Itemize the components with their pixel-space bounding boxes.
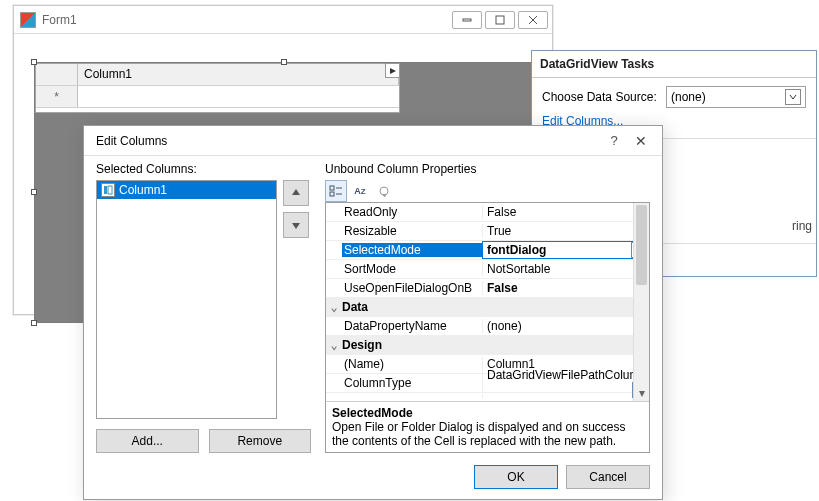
topleft-header[interactable] — [36, 64, 78, 85]
resize-handle[interactable] — [31, 189, 37, 195]
alphabetical-button[interactable]: AZ — [349, 180, 371, 202]
svg-marker-4 — [390, 68, 396, 74]
dialog-title: Edit Columns — [96, 134, 602, 148]
selected-columns-label: Selected Columns: — [96, 162, 311, 176]
minimize-button[interactable] — [452, 11, 482, 29]
category-name: Data — [342, 300, 482, 314]
scroll-down-icon[interactable]: ▾ — [634, 385, 649, 401]
property-value[interactable]: fontDialog — [482, 241, 649, 259]
category-name: Design — [342, 338, 482, 352]
add-button[interactable]: Add... — [96, 429, 199, 453]
unbound-properties-label: Unbound Column Properties — [325, 162, 650, 176]
smart-tag-glyph[interactable] — [385, 63, 400, 78]
list-item-label: Column1 — [119, 183, 167, 197]
grid-new-row[interactable]: * — [36, 86, 399, 108]
description-body: Open File or Folder Dialog is dispalyed … — [332, 420, 643, 448]
expand-icon[interactable]: ⌄ — [326, 300, 342, 314]
property-value[interactable]: DataGridViewFilePathColum — [482, 368, 649, 398]
list-item[interactable]: Column1 — [97, 181, 276, 199]
cancel-button[interactable]: Cancel — [566, 465, 650, 489]
svg-rect-9 — [330, 186, 334, 190]
svg-marker-8 — [292, 223, 300, 229]
property-name: ReadOnly — [342, 205, 482, 219]
scroll-thumb[interactable] — [636, 205, 647, 285]
property-row[interactable]: ReadOnlyFalse — [326, 203, 649, 222]
property-name: (Name) — [342, 357, 482, 371]
svg-rect-5 — [104, 186, 107, 194]
datasource-value: (none) — [671, 90, 706, 104]
property-pages-button[interactable] — [373, 180, 395, 202]
choose-datasource-row: Choose Data Source: (none) — [542, 86, 806, 108]
property-name: ColumnType — [342, 376, 482, 390]
row-header-new[interactable]: * — [36, 86, 78, 107]
tasks-title: DataGridView Tasks — [532, 51, 816, 78]
ok-button[interactable]: OK — [474, 465, 558, 489]
chevron-down-icon[interactable] — [785, 89, 801, 105]
description-title: SelectedMode — [332, 406, 643, 420]
resize-handle[interactable] — [31, 59, 37, 65]
move-down-button[interactable] — [283, 212, 309, 238]
close-button[interactable]: ✕ — [626, 133, 656, 149]
grid-surface[interactable]: Column1 * — [35, 63, 400, 113]
close-button[interactable] — [518, 11, 548, 29]
property-name: SelectedMode — [342, 243, 482, 257]
property-row[interactable]: SortModeNotSortable — [326, 260, 649, 279]
grid-header-row: Column1 — [36, 64, 399, 86]
property-row[interactable]: SelectedModefontDialog — [326, 241, 649, 260]
property-value[interactable]: False — [482, 205, 649, 219]
column-header[interactable]: Column1 — [78, 64, 399, 85]
property-row[interactable]: DataPropertyName(none) — [326, 317, 649, 336]
property-value[interactable]: True — [482, 224, 649, 238]
resize-handle[interactable] — [31, 320, 37, 326]
selected-columns-list[interactable]: Column1 — [96, 180, 277, 419]
move-up-button[interactable] — [283, 180, 309, 206]
description-pane: SelectedMode Open File or Folder Dialog … — [326, 401, 649, 452]
resize-handle[interactable] — [281, 59, 287, 65]
property-grid[interactable]: ReadOnlyFalseResizableTrueSelectedModefo… — [325, 202, 650, 453]
svg-marker-7 — [292, 189, 300, 195]
edit-columns-dialog: Edit Columns ? ✕ Selected Columns: Colum… — [83, 125, 663, 500]
app-icon — [20, 12, 36, 28]
property-row[interactable]: ⌄Design — [326, 336, 649, 355]
svg-rect-10 — [330, 192, 334, 196]
form1-title: Form1 — [42, 13, 449, 27]
property-name: Resizable — [342, 224, 482, 238]
form1-titlebar[interactable]: Form1 — [14, 6, 552, 34]
svg-rect-14 — [383, 194, 387, 197]
categorized-button[interactable] — [325, 180, 347, 202]
property-value[interactable]: NotSortable — [482, 262, 649, 276]
grid-cell[interactable] — [78, 86, 399, 107]
property-value[interactable]: (none) — [482, 319, 649, 333]
property-row[interactable]: ColumnTypeDataGridViewFilePathColum — [326, 374, 649, 393]
datasource-combo[interactable]: (none) — [666, 86, 806, 108]
svg-rect-6 — [108, 186, 112, 194]
column-icon — [101, 183, 115, 197]
property-value[interactable]: False — [482, 281, 649, 295]
scrollbar[interactable]: ▴ ▾ — [633, 203, 649, 401]
svg-rect-1 — [496, 16, 504, 24]
remove-button[interactable]: Remove — [209, 429, 312, 453]
choose-datasource-label: Choose Data Source: — [542, 90, 666, 104]
help-button[interactable]: ? — [602, 133, 626, 148]
property-row[interactable]: ResizableTrue — [326, 222, 649, 241]
property-name: DataPropertyName — [342, 319, 482, 333]
property-row[interactable]: UseOpenFileDialogOnBFalse — [326, 279, 649, 298]
property-row[interactable]: ⌄Data — [326, 298, 649, 317]
expand-icon[interactable]: ⌄ — [326, 338, 342, 352]
property-name: SortMode — [342, 262, 482, 276]
svg-rect-0 — [463, 19, 471, 21]
propertygrid-toolbar: AZ — [325, 180, 650, 202]
property-name: UseOpenFileDialogOnB — [342, 281, 482, 295]
dialog-titlebar[interactable]: Edit Columns ? ✕ — [84, 126, 662, 156]
maximize-button[interactable] — [485, 11, 515, 29]
